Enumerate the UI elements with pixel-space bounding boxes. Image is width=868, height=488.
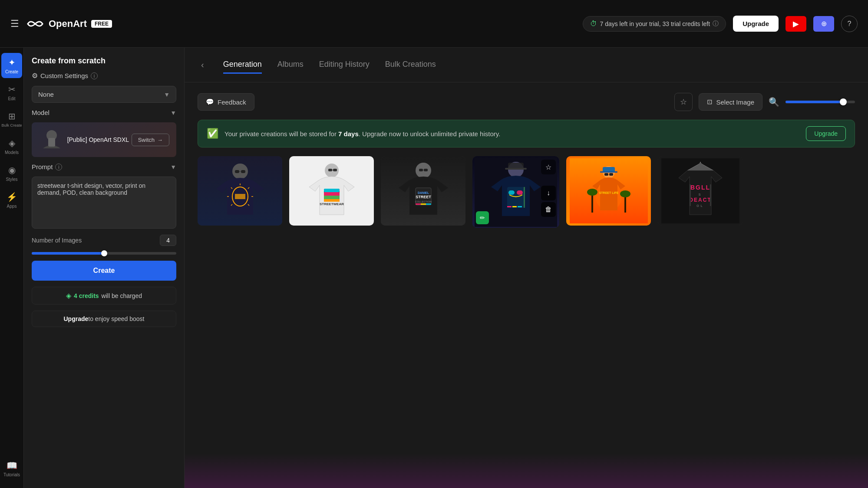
zoom-thumb [840,98,847,105]
svg-rect-66 [710,184,711,206]
discord-icon: ⊕ [821,20,827,28]
card-4-download-button[interactable]: ↓ [541,186,556,200]
tutorials-nav-label: Tutorials [3,472,20,477]
custom-settings-header[interactable]: ⚙ Custom Settings i [32,72,176,80]
image-card-5[interactable]: STREET LIFE [566,156,651,226]
models-nav-label: Models [5,150,19,155]
zoom-fill [785,101,841,103]
card-4-star-button[interactable]: ☆ [541,160,556,174]
youtube-button[interactable]: ▶ [785,16,806,32]
custom-settings-info-icon[interactable]: i [91,72,98,79]
image-card-3[interactable]: DANIEL STREET COLLECTION [381,156,465,226]
tab-bulk-creations[interactable]: Bulk Creations [385,56,436,74]
svg-point-25 [416,163,431,178]
toolbar-row: 💬 Feedback ☆ ⊡ Select Image 🔍 [198,93,855,111]
svg-text:OL: OL [696,204,704,207]
tab-back-button[interactable]: ‹ [198,58,208,72]
svg-point-51 [587,189,597,196]
content-area: 💬 Feedback ☆ ⊡ Select Image 🔍 [185,82,868,453]
tab-editing-history[interactable]: Editing History [319,56,370,74]
tab-bulk-creations-label: Bulk Creations [385,60,436,69]
sidebar-item-tutorials[interactable]: 📖 Tutorials [1,456,22,481]
search-button[interactable]: 🔍 [769,97,779,107]
model-header[interactable]: Model ▼ [32,109,176,116]
svg-rect-22 [328,169,332,171]
switch-label: Switch [138,137,155,143]
tab-generation[interactable]: Generation [223,56,262,74]
svg-rect-19 [324,196,340,199]
custom-settings-select[interactable]: None ▼ [32,86,176,103]
create-nav-label: Create [5,69,18,74]
svg-rect-65 [690,184,691,206]
sidebar-item-apps[interactable]: ⚡ Apps [1,187,22,213]
card-4-delete-icon: 🗑 [545,206,552,213]
trial-clock-icon: ⏱ [590,20,597,28]
svg-point-53 [620,190,630,197]
credits-text: will be charged [102,292,142,299]
switch-model-button[interactable]: Switch → [132,134,169,146]
image-card-1[interactable] [198,156,282,226]
notice-upgrade-button[interactable]: Upgrade [806,126,846,141]
zoom-slider[interactable] [785,101,855,103]
left-panel: Create from scratch ⚙ Custom Settings i … [24,48,185,488]
prompt-input[interactable]: streetwear t-shirt design, vector, print… [32,177,176,229]
upgrade-button[interactable]: Upgrade [733,16,779,32]
svg-rect-18 [324,192,340,196]
upgrade-link[interactable]: Upgrade [63,315,88,322]
svg-rect-34 [424,169,428,171]
model-name: [Public] OpenArt SDXL [67,136,129,143]
sidebar-item-models[interactable]: ◈ Models [1,134,22,159]
sidebar-item-styles[interactable]: ◉ Styles [1,160,22,186]
sidebar-item-create[interactable]: ✦ Create [1,53,22,78]
sidebar-item-bulk[interactable]: ⊞ Bulk Create [1,107,22,132]
prompt-info-icon[interactable]: i [55,164,62,170]
svg-rect-20 [324,199,340,202]
bottom-gradient [185,453,868,488]
notice-banner: ✅ Your private creations will be stored … [198,120,855,147]
select-image-button[interactable]: ⊡ Select Image [699,93,762,111]
image-card-6[interactable]: BGLL S DEACT OL [658,156,743,226]
card-4-edit-button[interactable]: ✏ [476,211,489,224]
model-chevron-icon: ▼ [170,109,176,116]
image-card-2[interactable]: STREETWEAR [289,156,374,226]
question-icon: ? [848,20,851,28]
sidebar-item-edit[interactable]: ✂ Edit [1,80,22,105]
custom-settings-chevron-icon: ▼ [164,91,170,98]
youtube-icon: ▶ [793,19,799,29]
svg-text:DANIEL: DANIEL [417,191,429,194]
tshirt-graphic-6: BGLL S DEACT OL [661,158,739,223]
svg-rect-42 [512,206,517,207]
prompt-chevron-icon: ▼ [170,164,176,170]
svg-rect-4 [235,194,245,199]
svg-rect-12 [235,170,239,173]
svg-rect-44 [524,187,525,208]
star-button[interactable]: ☆ [674,93,693,111]
feedback-chat-icon: 💬 [206,98,214,106]
tab-albums[interactable]: Albums [277,56,304,74]
model-preview-graphic [39,127,65,153]
hamburger-icon[interactable]: ☰ [10,18,19,29]
svg-text:BGLL: BGLL [690,184,710,191]
trial-info: ⏱ 7 days left in your trial, 33 trial cr… [583,16,726,32]
trial-info-icon[interactable]: ⓘ [713,20,719,28]
logo-text: OpenArt [49,18,87,29]
edit-nav-icon: ✂ [8,84,16,95]
num-images-slider[interactable] [32,252,176,255]
card-4-download-icon: ↓ [547,189,550,197]
image-card-4[interactable]: ☆ ↓ 🗑 ✏ [472,156,559,228]
svg-rect-58 [604,173,608,176]
create-button[interactable]: Create [32,261,176,281]
styles-nav-label: Styles [6,177,17,182]
discord-button[interactable]: ⊕ [813,16,834,32]
svg-rect-41 [507,206,512,207]
icon-nav: ✦ Create ✂ Edit ⊞ Bulk Create ◈ Models ◉… [0,48,24,488]
svg-rect-23 [333,169,337,171]
card-4-delete-button[interactable]: 🗑 [541,202,556,217]
bulk-nav-icon: ⊞ [8,111,16,121]
tshirt-graphic-3: DANIEL STREET COLLECTION [384,158,462,223]
notice-prefix: Your private creations will be stored fo… [224,130,338,138]
tutorials-nav-icon: 📖 [7,460,17,471]
help-button[interactable]: ? [841,16,858,32]
svg-rect-32 [426,203,431,205]
feedback-button[interactable]: 💬 Feedback [198,93,254,111]
